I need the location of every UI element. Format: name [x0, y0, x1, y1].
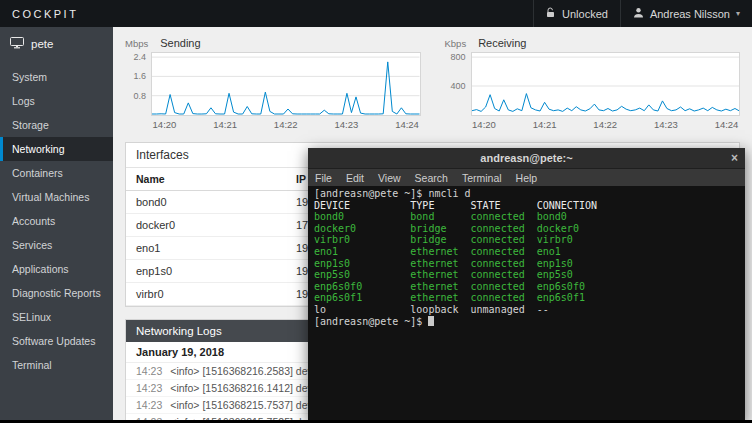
sending-x-axis: 14:2014:2114:2214:2314:24	[151, 116, 421, 130]
sending-chart-title: Sending	[160, 37, 200, 49]
sidebar-item-accounts[interactable]: Accounts	[0, 209, 113, 233]
terminal-content[interactable]: [andreasn@pete ~]$ nmcli dDEVICE TYPE ST…	[308, 186, 745, 423]
sending-unit-label: Mbps	[125, 38, 148, 49]
x-tick-label: 14:24	[395, 119, 419, 130]
interface-name[interactable]: docker0	[126, 214, 286, 237]
log-time: 14:23	[136, 382, 162, 394]
topbar-actions: Unlocked Andreas Nilsson ▾	[533, 0, 752, 27]
log-message: <info> [1516368216.1412] device	[170, 382, 326, 394]
x-tick-label: 14:20	[472, 119, 496, 130]
y-tick-label: 0.8	[133, 91, 146, 101]
sidebar-item-software-updates[interactable]: Software Updates	[0, 329, 113, 353]
terminal-menubar: FileEditViewSearchTerminalHelp	[308, 169, 745, 186]
interface-name[interactable]: eno1	[126, 237, 286, 260]
terminal-window: andreasn@pete:~ × FileEditViewSearchTerm…	[308, 148, 745, 423]
terminal-titlebar[interactable]: andreasn@pete:~ ×	[308, 148, 745, 169]
unlock-icon	[546, 7, 556, 20]
sidebar-item-logs[interactable]: Logs	[0, 89, 113, 113]
network-charts: Mbps Sending 2.41.60.8 14:2014:2114:2214…	[125, 37, 740, 130]
host-name: pete	[31, 38, 53, 50]
sidebar-item-networking[interactable]: Networking	[0, 137, 113, 161]
y-tick-label: 2.4	[133, 52, 146, 62]
terminal-line: enp5s0 ethernet connected enp5s0	[314, 269, 739, 281]
terminal-line: eno1 ethernet connected eno1	[314, 246, 739, 258]
x-tick-label: 14:22	[593, 119, 617, 130]
unlocked-label: Unlocked	[562, 8, 608, 20]
sending-chart: Mbps Sending 2.41.60.8 14:2014:2114:2214…	[125, 37, 421, 130]
terminal-line: [andreasn@pete ~]$	[314, 316, 739, 328]
terminal-line: enp6s0f0 ethernet connected enp6s0f0	[314, 281, 739, 293]
x-tick-label: 14:21	[213, 119, 237, 130]
terminal-line: DEVICE TYPE STATE CONNECTION	[314, 200, 739, 212]
log-time: 14:23	[136, 399, 162, 411]
sidebar: pete SystemLogsStorageNetworkingContaine…	[0, 27, 113, 423]
terminal-menu-terminal[interactable]: Terminal	[455, 172, 509, 184]
x-tick-label: 14:21	[533, 119, 557, 130]
x-tick-label: 14:22	[274, 119, 298, 130]
sidebar-item-terminal[interactable]: Terminal	[0, 353, 113, 377]
terminal-menu-help[interactable]: Help	[509, 172, 545, 184]
user-name-label: Andreas Nilsson	[650, 8, 730, 20]
y-tick-label: 400	[450, 81, 465, 91]
terminal-line: lo loopback unmanaged --	[314, 304, 739, 316]
sidebar-main-nav: SystemLogsStorageNetworkingContainersVir…	[0, 65, 113, 257]
receiving-plot-area[interactable]	[471, 52, 741, 116]
sidebar-item-selinux[interactable]: SELinux	[0, 305, 113, 329]
terminal-line: enp6s0f1 ethernet connected enp6s0f1	[314, 292, 739, 304]
sending-y-axis: 2.41.60.8	[125, 52, 151, 116]
sidebar-item-virtual-machines[interactable]: Virtual Machines	[0, 185, 113, 209]
close-icon[interactable]: ×	[731, 148, 738, 168]
terminal-menu-file[interactable]: File	[308, 172, 339, 184]
sidebar-tools-nav: ApplicationsDiagnostic ReportsSELinuxSof…	[0, 257, 113, 377]
x-tick-label: 14:23	[334, 119, 358, 130]
terminal-line: enp1s0 ethernet connected enp1s0	[314, 258, 739, 270]
terminal-line: docker0 bridge connected docker0	[314, 223, 739, 235]
x-tick-label: 14:20	[153, 119, 177, 130]
terminal-title: andreasn@pete:~	[480, 152, 572, 164]
receiving-unit-label: Kbps	[445, 38, 467, 49]
terminal-line: bond0 bond connected bond0	[314, 211, 739, 223]
terminal-menu-edit[interactable]: Edit	[339, 172, 371, 184]
user-menu-button[interactable]: Andreas Nilsson ▾	[620, 0, 752, 27]
interface-name[interactable]: enp1s0	[126, 260, 286, 283]
terminal-menu-view[interactable]: View	[371, 172, 408, 184]
terminal-line: [andreasn@pete ~]$ nmcli d	[314, 188, 739, 200]
sidebar-item-storage[interactable]: Storage	[0, 113, 113, 137]
chevron-down-icon: ▾	[736, 9, 740, 18]
cockpit-brand[interactable]: COCKPIT	[0, 8, 90, 20]
sidebar-item-services[interactable]: Services	[0, 233, 113, 257]
y-tick-label: 1.6	[133, 71, 146, 81]
log-message: <info> [1516368215.7537] device	[170, 399, 326, 411]
log-message: <info> [1516368216.2583] device	[170, 365, 326, 377]
receiving-chart: Kbps Receiving 800400 14:2014:2114:2214:…	[445, 37, 741, 130]
receiving-y-axis: 800400	[445, 52, 471, 116]
terminal-line: virbr0 bridge connected virbr0	[314, 234, 739, 246]
user-icon	[633, 7, 644, 20]
server-icon	[10, 37, 24, 51]
unlocked-button[interactable]: Unlocked	[533, 0, 620, 27]
screen: COCKPIT Unlocked Andreas Nilsson ▾ pete	[0, 0, 752, 423]
y-tick-label: 800	[450, 52, 465, 62]
x-tick-label: 14:24	[715, 119, 739, 130]
log-time: 14:23	[136, 365, 162, 377]
terminal-menu-search[interactable]: Search	[408, 172, 455, 184]
sidebar-item-applications[interactable]: Applications	[0, 257, 113, 281]
receiving-x-axis: 14:2014:2114:2214:2314:24	[471, 116, 741, 130]
sidebar-item-containers[interactable]: Containers	[0, 161, 113, 185]
interface-name[interactable]: virbr0	[126, 283, 286, 306]
topbar: COCKPIT Unlocked Andreas Nilsson ▾	[0, 0, 752, 27]
terminal-cursor	[428, 316, 434, 326]
interface-name[interactable]: bond0	[126, 191, 286, 214]
receiving-chart-title: Receiving	[478, 37, 526, 49]
x-tick-label: 14:23	[654, 119, 678, 130]
sending-plot-area[interactable]	[151, 52, 421, 116]
interfaces-column-header: Name	[126, 168, 286, 191]
sidebar-item-diagnostic-reports[interactable]: Diagnostic Reports	[0, 281, 113, 305]
host-switcher[interactable]: pete	[0, 27, 113, 65]
sidebar-item-system[interactable]: System	[0, 65, 113, 89]
